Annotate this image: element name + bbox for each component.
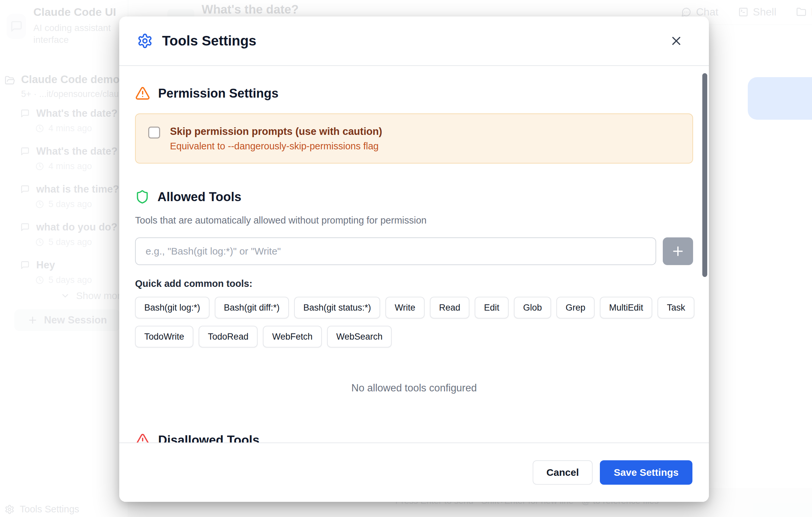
gear-icon — [137, 33, 153, 49]
quick-tool-button[interactable]: TodoWrite — [135, 326, 193, 348]
plus-icon — [671, 244, 685, 258]
quick-tool-button[interactable]: WebSearch — [327, 326, 392, 348]
tools-settings-modal: Tools Settings Permission Settings Skip … — [119, 17, 709, 502]
warning-triangle-icon — [135, 86, 150, 101]
allowed-tools-heading: Allowed Tools — [135, 189, 693, 205]
permission-settings-heading: Permission Settings — [135, 86, 693, 101]
quick-tool-button[interactable]: Write — [385, 297, 425, 319]
modal-body: Permission Settings Skip permission prom… — [119, 66, 709, 502]
quick-add-label: Quick add common tools: — [135, 278, 693, 290]
cancel-button[interactable]: Cancel — [533, 460, 592, 485]
quick-tools-row-1: Bash(git log:*) Bash(git diff:*) Bash(gi… — [135, 297, 693, 319]
save-settings-button[interactable]: Save Settings — [600, 460, 692, 485]
allowed-tool-input[interactable] — [135, 237, 656, 265]
quick-tool-button[interactable]: Glob — [514, 297, 551, 319]
quick-tool-button[interactable]: Grep — [556, 297, 594, 319]
close-button[interactable] — [669, 34, 683, 48]
modal-footer: Cancel Save Settings — [119, 442, 709, 502]
modal-header: Tools Settings — [119, 17, 709, 66]
quick-tool-button[interactable]: TodoRead — [199, 326, 258, 348]
quick-tools-row-2: TodoWrite TodoRead WebFetch WebSearch — [135, 326, 693, 348]
quick-tool-button[interactable]: Edit — [475, 297, 509, 319]
shield-icon — [135, 190, 150, 204]
skip-permissions-alert: Skip permission prompts (use with cautio… — [135, 113, 693, 164]
modal-scrollbar-thumb[interactable] — [702, 73, 707, 277]
quick-tool-button[interactable]: Bash(git status:*) — [294, 297, 380, 319]
quick-tool-button[interactable]: MultiEdit — [600, 297, 652, 319]
add-tool-button[interactable] — [663, 237, 693, 265]
allowed-tools-description: Tools that are automatically allowed wit… — [135, 214, 693, 226]
quick-tool-button[interactable]: Bash(git diff:*) — [215, 297, 289, 319]
quick-tool-button[interactable]: Bash(git log:*) — [135, 297, 209, 319]
quick-tool-button[interactable]: Task — [658, 297, 694, 319]
add-tool-row — [135, 237, 693, 265]
skip-permissions-checkbox[interactable] — [148, 127, 160, 138]
skip-permissions-title: Skip permission prompts (use with cautio… — [170, 125, 382, 138]
quick-tool-button[interactable]: Read — [430, 297, 470, 319]
modal-title: Tools Settings — [162, 33, 256, 49]
skip-permissions-subtitle: Equivalent to --dangerously-skip-permiss… — [170, 140, 382, 152]
no-allowed-tools-text: No allowed tools configured — [135, 382, 693, 394]
close-icon — [669, 34, 683, 48]
quick-tool-button[interactable]: WebFetch — [263, 326, 322, 348]
